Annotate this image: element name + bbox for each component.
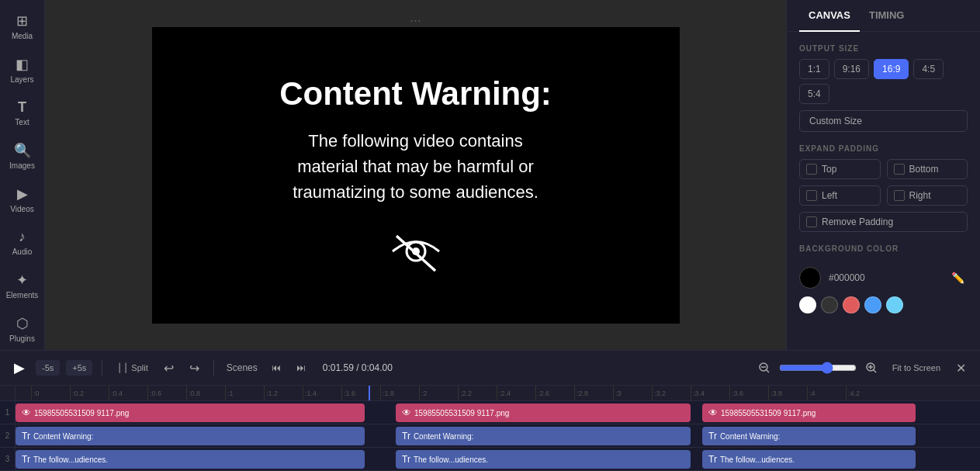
fit-screen-button[interactable]: Fit to Screen (886, 360, 947, 376)
zoom-controls: Fit to Screen ✕ (754, 358, 971, 378)
seg-label: Content Warning: (414, 432, 473, 441)
ruler-mark: :1.4 (303, 386, 341, 400)
ruler-mark: :1.2 (264, 386, 303, 400)
separator-1 (102, 360, 102, 376)
seg-label: The follow...udiences. (414, 455, 488, 464)
play-button[interactable]: ▶ (9, 357, 29, 379)
plus5-button[interactable]: +5s (66, 360, 92, 376)
panel-tabs: CANVAS TIMING (787, 0, 980, 32)
padding-bottom-button[interactable]: Bottom (887, 159, 968, 179)
padding-top-label: Top (822, 164, 836, 175)
sidebar-label-elements: Elements (6, 291, 39, 300)
seg-icon: Tr (402, 454, 410, 465)
padding-top-button[interactable]: Top (799, 159, 881, 179)
timeline-row: 2TrContent Warning:TrContent Warning:TrC… (0, 424, 980, 448)
eyedropper-button[interactable]: ✏️ (948, 270, 968, 286)
bg-color-swatch[interactable] (799, 267, 821, 289)
prev-scene-button[interactable]: ⏮ (267, 360, 286, 376)
ruler-mark: :3.8 (768, 386, 807, 400)
background-color-section: BACKGROUND COLOR #000000 ✏️ (799, 244, 968, 313)
redo-button[interactable]: ↪ (185, 358, 204, 378)
images-icon: 🔍 (14, 142, 31, 159)
sidebar-item-audio[interactable]: ♪ Audio (3, 223, 42, 262)
media-icon: ⊞ (16, 12, 28, 29)
sidebar-item-text[interactable]: T Text (3, 93, 42, 133)
preset-dark[interactable] (821, 296, 838, 313)
drag-handle: ··· (410, 12, 421, 29)
seg-label: The follow...udiences. (720, 455, 795, 464)
sidebar: ⊞ Media ◧ Layers T Text 🔍 Images ▶ Video… (0, 0, 45, 350)
sidebar-item-layers[interactable]: ◧ Layers (3, 50, 42, 90)
tab-canvas[interactable]: CANVAS (799, 0, 860, 32)
preset-red[interactable] (843, 296, 860, 313)
zoom-slider[interactable] (779, 362, 857, 374)
playhead[interactable] (369, 386, 370, 400)
canvas-preview[interactable]: Content Warning: The following video con… (152, 27, 680, 324)
track-segment-1-1[interactable]: 👁15985505531509 9117.png (16, 403, 365, 422)
output-size-label: OUTPUT SIZE (799, 44, 968, 53)
preset-blue[interactable] (864, 296, 881, 313)
minus5-button[interactable]: -5s (36, 360, 60, 376)
padding-grid: Top Bottom Left Right (799, 159, 968, 206)
seg-label: Content Warning: (720, 432, 780, 441)
ruler-mark: :1.8 (380, 386, 419, 400)
timeline-ruler: :0:0.2:0.4:0.6:0.8:1:1.2:1.4:1.6:1.8:2:2… (0, 386, 980, 401)
track-segment-2-3[interactable]: TrContent Warning: (702, 427, 916, 445)
size-4-5[interactable]: 4:5 (913, 59, 944, 79)
track-area-1[interactable]: 👁15985505531509 9117.png👁15985505531509 … (16, 401, 980, 424)
padding-right-checkbox (894, 190, 905, 201)
custom-size-button[interactable]: Custom Size (799, 110, 968, 132)
track-segment-3-3[interactable]: TrThe follow...udiences. (702, 450, 916, 469)
sidebar-item-videos[interactable]: ▶ Videos (3, 179, 42, 220)
ruler-mark: :1.6 (341, 386, 380, 400)
size-1-1[interactable]: 1:1 (799, 59, 829, 79)
preset-white[interactable] (799, 296, 816, 313)
zoom-out-button[interactable] (754, 360, 774, 376)
track-segment-1-3[interactable]: 👁15985505531509 9117.png (702, 403, 916, 422)
preset-cyan[interactable] (886, 296, 903, 313)
svg-line-5 (766, 369, 769, 372)
padding-left-checkbox (806, 190, 817, 201)
bg-color-label: BACKGROUND COLOR (799, 244, 968, 253)
sidebar-item-images[interactable]: 🔍 Images (3, 136, 42, 176)
track-segment-3-2[interactable]: TrThe follow...udiences. (396, 450, 691, 469)
size-9-16[interactable]: 9:16 (834, 59, 869, 79)
track-segment-3-1[interactable]: TrThe follow...udiences. (16, 450, 365, 469)
track-segment-2-1[interactable]: TrContent Warning: (16, 427, 365, 445)
next-scene-button[interactable]: ⏭ (292, 360, 310, 376)
size-16-9[interactable]: 16:9 (874, 59, 909, 79)
timeline-controls: ▶ -5s +5s ⎪⎪ Split ↩ ↪ Scenes ⏮ ⏭ 0:01.5… (0, 351, 980, 386)
ruler-mark: :3.6 (729, 386, 768, 400)
track-area-2[interactable]: TrContent Warning:TrContent Warning:TrCo… (16, 424, 980, 447)
sidebar-item-elements[interactable]: ✦ Elements (3, 265, 42, 306)
size-5-4[interactable]: 5:4 (799, 84, 829, 104)
ruler-mark: :3.2 (652, 386, 691, 400)
ruler-track: :0:0.2:0.4:0.6:0.8:1:1.2:1.4:1.6:1.8:2:2… (16, 386, 885, 400)
sidebar-item-plugins[interactable]: ⬡ Plugins (3, 309, 42, 349)
padding-right-button[interactable]: Right (887, 185, 968, 206)
remove-padding-label: Remove Padding (822, 216, 893, 227)
timeline-row: 3TrThe follow...udiences.TrThe follow...… (0, 448, 980, 471)
remove-padding-button[interactable]: Remove Padding (799, 212, 968, 232)
undo-button[interactable]: ↩ (159, 358, 178, 378)
bottom-section: ▶ -5s +5s ⎪⎪ Split ↩ ↪ Scenes ⏮ ⏭ 0:01.5… (0, 350, 980, 471)
padding-top-checkbox (806, 164, 817, 175)
sidebar-item-media[interactable]: ⊞ Media (3, 6, 42, 47)
seg-label: 15985505531509 9117.png (414, 409, 509, 417)
track-area-3[interactable]: TrThe follow...udiences.TrThe follow...u… (16, 448, 980, 470)
seg-icon: 👁 (402, 407, 411, 418)
color-presets (799, 296, 968, 313)
row-label-1: 1 (0, 401, 16, 424)
ruler-mark: :1 (225, 386, 264, 400)
zoom-in-button[interactable] (861, 360, 881, 376)
split-button[interactable]: ⎪⎪ Split (112, 361, 152, 376)
scenes-label: Scenes (227, 362, 258, 373)
padding-left-button[interactable]: Left (799, 185, 881, 206)
track-segment-1-2[interactable]: 👁15985505531509 9117.png (396, 403, 691, 422)
track-segment-2-2[interactable]: TrContent Warning: (396, 427, 691, 445)
right-panel: CANVAS TIMING OUTPUT SIZE 1:1 9:16 16:9 … (786, 0, 980, 350)
close-timeline-button[interactable]: ✕ (951, 358, 971, 378)
tab-timing[interactable]: TIMING (860, 0, 914, 32)
sidebar-label-text: Text (15, 118, 29, 126)
padding-bottom-checkbox (894, 164, 905, 175)
